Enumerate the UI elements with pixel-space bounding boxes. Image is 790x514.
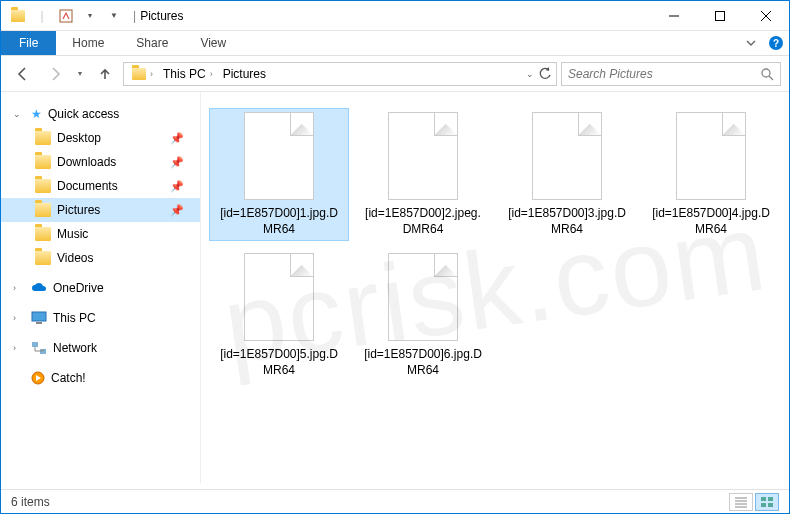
navigation-pane: ⌄ ★ Quick access Desktop📌Downloads📌Docum… [1,92,201,483]
svg-rect-7 [32,312,46,321]
folder-icon [35,179,51,193]
file-name: [id=1E857D00]2.jpeg.DMR64 [357,206,489,237]
folder-icon [35,203,51,217]
recent-dropdown-icon[interactable]: ▾ [73,60,87,88]
file-item[interactable]: [id=1E857D00]6.jpg.DMR64 [353,249,493,382]
file-icon [244,112,314,200]
svg-rect-8 [36,322,42,324]
sidebar-item-documents[interactable]: Documents📌 [1,174,200,198]
sidebar-item-downloads[interactable]: Downloads📌 [1,150,200,174]
network-icon [31,341,47,355]
pin-icon: 📌 [170,204,184,217]
maximize-button[interactable] [697,1,743,31]
tab-share[interactable]: Share [120,31,184,55]
forward-button[interactable] [41,60,69,88]
svg-rect-9 [32,342,38,347]
properties-icon[interactable] [55,5,77,27]
expand-icon[interactable]: › [13,283,25,293]
title-bar: | ▾ ▼ | Pictures [1,1,789,31]
window-title-text: Pictures [140,9,183,23]
file-icon [388,253,458,341]
address-dropdown-icon[interactable]: ⌄ [526,69,534,79]
svg-line-6 [769,76,773,80]
nav-this-pc[interactable]: › This PC [1,306,200,330]
pin-icon: 📌 [170,156,184,169]
pin-icon: 📌 [170,132,184,145]
breadcrumb-label: This PC [163,67,206,81]
file-tab[interactable]: File [1,31,56,55]
svg-rect-20 [768,497,773,501]
qat-dropdown-icon[interactable]: ▾ [79,5,101,27]
folder-icon [35,251,51,265]
help-button[interactable]: ? [763,31,789,55]
file-item[interactable]: [id=1E857D00]4.jpg.DMR64 [641,108,781,241]
title-separator: | [133,9,136,23]
item-count: 6 items [11,495,50,509]
nav-bar: ▾ › This PC › Pictures ⌄ [1,56,789,92]
nav-network[interactable]: › Network [1,336,200,360]
file-name: [id=1E857D00]6.jpg.DMR64 [357,347,489,378]
sidebar-item-videos[interactable]: Videos [1,246,200,270]
svg-point-5 [762,69,770,77]
file-item[interactable]: [id=1E857D00]2.jpeg.DMR64 [353,108,493,241]
file-name: [id=1E857D00]3.jpg.DMR64 [501,206,633,237]
sidebar-item-music[interactable]: Music [1,222,200,246]
file-item[interactable]: [id=1E857D00]5.jpg.DMR64 [209,249,349,382]
nav-label: Catch! [51,371,200,385]
svg-rect-22 [768,503,773,507]
nav-quick-access[interactable]: ⌄ ★ Quick access [1,102,200,126]
nav-label: Network [53,341,200,355]
address-bar[interactable]: › This PC › Pictures ⌄ [123,62,557,86]
window-controls [651,1,789,31]
sidebar-item-label: Videos [57,251,200,265]
expand-icon[interactable]: › [13,313,25,323]
sidebar-item-label: Music [57,227,200,241]
folder-icon [35,227,51,241]
up-button[interactable] [91,60,119,88]
nav-onedrive[interactable]: › OneDrive [1,276,200,300]
search-box[interactable] [561,62,781,86]
breadcrumb-pictures[interactable]: Pictures [219,67,270,81]
sidebar-item-desktop[interactable]: Desktop📌 [1,126,200,150]
folder-icon [35,131,51,145]
ribbon-expand-icon[interactable] [739,31,763,55]
file-item[interactable]: [id=1E857D00]3.jpg.DMR64 [497,108,637,241]
search-input[interactable] [568,67,760,81]
icons-view-button[interactable] [755,493,779,511]
sidebar-item-label: Documents [57,179,164,193]
expand-icon[interactable]: › [13,343,25,353]
breadcrumb-this-pc[interactable]: This PC › [159,67,217,81]
tab-view[interactable]: View [184,31,242,55]
details-view-button[interactable] [729,493,753,511]
minimize-button[interactable] [651,1,697,31]
nav-catch[interactable]: Catch! [1,366,200,390]
file-item[interactable]: [id=1E857D00]1.jpg.DMR64 [209,108,349,241]
window-title: | Pictures [133,9,183,23]
breadcrumb-label: Pictures [223,67,266,81]
catch-icon [31,371,45,385]
nav-label: Quick access [48,107,200,121]
refresh-icon[interactable] [538,67,552,81]
tab-home[interactable]: Home [56,31,120,55]
sidebar-item-label: Pictures [57,203,164,217]
search-icon[interactable] [760,67,774,81]
file-icon [388,112,458,200]
folder-icon [7,5,29,27]
qat-divider: | [31,5,53,27]
sidebar-item-pictures[interactable]: Pictures📌 [1,198,200,222]
cloud-icon [31,282,47,294]
back-button[interactable] [9,60,37,88]
nav-label: OneDrive [53,281,200,295]
breadcrumb-root-icon[interactable]: › [128,68,157,80]
close-button[interactable] [743,1,789,31]
svg-rect-21 [761,503,766,507]
expand-icon[interactable]: ⌄ [13,109,25,119]
file-list[interactable]: pcrisk.com [id=1E857D00]1.jpg.DMR64[id=1… [201,92,789,483]
svg-rect-19 [761,497,766,501]
view-buttons [729,493,779,511]
sidebar-item-label: Desktop [57,131,164,145]
ribbon: File Home Share View ? [1,31,789,56]
file-icon [676,112,746,200]
qat-overflow-icon[interactable]: ▼ [103,5,125,27]
file-icon [532,112,602,200]
